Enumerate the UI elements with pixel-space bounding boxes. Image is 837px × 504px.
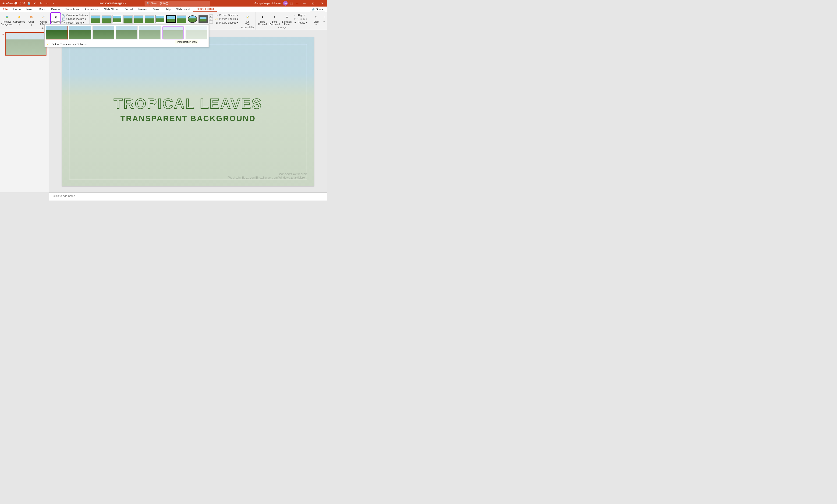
slide[interactable]: TROPICAL LEAVES TRANSPARENT BACKGROUND W…	[62, 37, 314, 186]
style-thumb[interactable]	[166, 15, 176, 23]
change-picture-button[interactable]: 🔄Change Picture ▾	[62, 17, 88, 20]
autosave-toggle[interactable]: AutoSave Off	[2, 2, 25, 5]
remove-background-button[interactable]: 🖼️ Remove Background	[1, 13, 13, 26]
windows-watermark: Windows aktivieren Wechseln Sie zu den E…	[228, 172, 307, 179]
notes-pane[interactable]: Click to add notes	[49, 192, 327, 200]
alt-text-button[interactable]: 📝 Alt Text	[242, 13, 253, 26]
from-beginning-icon[interactable]: ▭	[45, 1, 49, 5]
transparency-tooltip: Transparency: 80%	[175, 40, 198, 44]
compress-pictures-button[interactable]: 📎Compress Pictures	[62, 14, 88, 17]
group-button[interactable]: ⊡Group ▾	[293, 17, 307, 20]
tab-picture-format[interactable]: Picture Format	[193, 6, 217, 12]
crop-button[interactable]: ✂Crop▾	[310, 13, 322, 26]
rotate-button[interactable]: ⟳Rotate ▾	[293, 21, 307, 24]
autosave-label: AutoSave	[2, 2, 14, 5]
style-thumb[interactable]	[177, 15, 186, 23]
reset-picture-button[interactable]: ↺Reset Picture ▾	[62, 21, 88, 24]
tab-view[interactable]: View	[150, 7, 162, 12]
group-label-accessibility: Accessibility	[241, 26, 254, 29]
style-thumb[interactable]	[112, 15, 122, 23]
style-thumb[interactable]	[91, 15, 101, 23]
width-icon: ↔	[323, 20, 326, 23]
height-field[interactable]: ↕Height: ▴▾	[323, 15, 327, 18]
transparency-preset-2[interactable]	[92, 26, 114, 39]
window-mode-icon[interactable]: ▭	[295, 1, 299, 5]
selection-pane-button[interactable]: ☰Selection Pane	[281, 13, 292, 26]
height-icon: ↕	[323, 15, 326, 18]
ribbon-display-icon[interactable]: ⬚	[289, 1, 293, 5]
alt-text-icon: 📝	[244, 14, 251, 20]
compress-icon: 📎	[62, 14, 65, 17]
width-field[interactable]: ↔Width: ▴▾	[323, 20, 327, 23]
share-button[interactable]: 🔗 Share	[310, 7, 325, 12]
bring-forward-button[interactable]: ⬆Bring Forward	[257, 13, 268, 26]
picture-effects-button[interactable]: ✨Picture Effects ▾	[215, 17, 238, 20]
style-thumb[interactable]	[145, 15, 154, 23]
tab-animations[interactable]: Animations	[82, 7, 101, 12]
slide-subtitle[interactable]: TRANSPARENT BACKGROUND	[62, 114, 314, 123]
tab-record[interactable]: Record	[121, 7, 136, 12]
slide-thumbnail[interactable]	[5, 32, 47, 56]
picture-border-button[interactable]: ▭Picture Border ▾	[215, 14, 238, 17]
undo-icon[interactable]: ↶	[33, 1, 37, 5]
user-name[interactable]: Gumpelmeyer Johanna	[254, 2, 281, 5]
ribbon-tabs: File Home Insert Draw Design Transitions…	[0, 6, 327, 12]
style-thumb[interactable]	[198, 15, 208, 23]
gallery-more-button[interactable]: ▴▾⌄	[209, 15, 213, 23]
transparency-preset-3[interactable]	[115, 26, 137, 39]
send-backward-button[interactable]: ⬇Send Backward	[269, 13, 280, 26]
document-title[interactable]: transparent-images ▾	[100, 2, 126, 5]
avatar[interactable]: GJ	[283, 1, 288, 5]
artistic-icon: 🖌️	[40, 14, 47, 20]
transparency-dropdown: Transparency: 80% ✨ Picture Transparency…	[44, 24, 209, 47]
layout-icon: ⊞	[215, 21, 218, 24]
tab-slideshow[interactable]: Slide Show	[101, 7, 121, 12]
style-thumb[interactable]	[134, 15, 143, 23]
transparency-preset-0[interactable]	[46, 26, 68, 39]
save-icon[interactable]: 💾	[27, 1, 31, 5]
transparency-preset-4[interactable]	[139, 26, 161, 39]
picture-layout-button[interactable]: ⊞Picture Layout ▾	[215, 21, 238, 24]
artistic-effects-button[interactable]: 🖌️ Artistic Effects	[38, 13, 49, 26]
transparency-preset-5[interactable]	[162, 26, 184, 39]
search-placeholder: Search (Alt+Q)	[151, 2, 168, 5]
title-bar: AutoSave Off 💾 ↶ ↻ ▭ ▾ transparent-image…	[0, 0, 327, 6]
slide-title[interactable]: TROPICAL LEAVES	[62, 95, 314, 112]
slide-canvas[interactable]: TROPICAL LEAVES TRANSPARENT BACKGROUND W…	[49, 30, 327, 192]
tab-transitions[interactable]: Transitions	[63, 7, 82, 12]
tab-slidelizard[interactable]: SlideLizard	[173, 7, 193, 12]
transparency-preset-6[interactable]	[185, 26, 207, 39]
rotate-icon: ⟳	[293, 21, 297, 24]
selection-icon: ☰	[284, 14, 290, 20]
notes-placeholder: Click to add notes	[53, 195, 75, 198]
tab-help[interactable]: Help	[162, 7, 174, 12]
color-button[interactable]: 🎨 Color▾	[26, 13, 37, 26]
search-input[interactable]: 🔍 Search (Alt+Q)	[145, 1, 210, 5]
tab-review[interactable]: Review	[136, 7, 150, 12]
remove-bg-icon: 🖼️	[4, 14, 10, 20]
style-thumb[interactable]	[188, 15, 197, 23]
maximize-button[interactable]: ◻	[310, 0, 317, 6]
corrections-icon: ☀️	[16, 14, 22, 20]
transparency-preset-1[interactable]	[69, 26, 91, 39]
style-thumb[interactable]	[123, 15, 132, 23]
tab-home[interactable]: Home	[11, 7, 23, 12]
redo-icon[interactable]: ↻	[39, 1, 43, 5]
tab-insert[interactable]: Insert	[23, 7, 36, 12]
style-thumb[interactable]	[156, 15, 165, 23]
group-icon: ⊡	[293, 17, 297, 20]
tab-draw[interactable]: Draw	[36, 7, 48, 12]
close-button[interactable]: ✕	[319, 0, 325, 6]
style-thumb[interactable]	[102, 15, 111, 23]
picture-styles-gallery[interactable]: ▴▾⌄	[91, 13, 213, 23]
align-icon: ⫞	[293, 14, 297, 17]
crop-icon: ✂	[313, 14, 319, 20]
corrections-button[interactable]: ☀️ Corrections▾	[14, 13, 25, 26]
share-icon: 🔗	[312, 8, 315, 11]
tab-design[interactable]: Design	[48, 7, 63, 12]
reset-icon: ↺	[62, 21, 65, 24]
minimize-button[interactable]: —	[301, 0, 308, 6]
qat-more-icon[interactable]: ▾	[51, 1, 55, 5]
align-button[interactable]: ⫞Align ▾	[293, 14, 307, 17]
tab-file[interactable]: File	[0, 7, 11, 12]
